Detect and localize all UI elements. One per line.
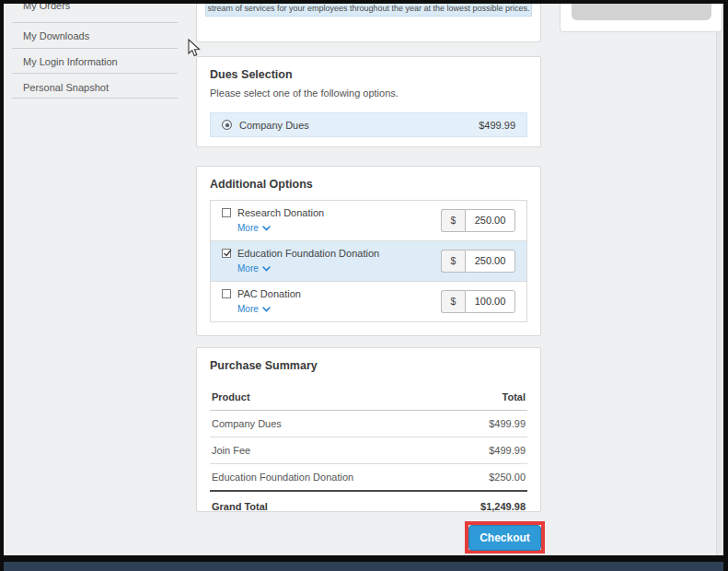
window-frame: My Orders My Downloads My Login Informat… bbox=[0, 0, 728, 571]
radio-selected-icon[interactable] bbox=[222, 120, 232, 130]
summary-product: Company Dues bbox=[212, 418, 282, 429]
chevron-down-icon bbox=[262, 226, 271, 231]
checkbox-unchecked-icon[interactable] bbox=[222, 208, 231, 217]
option-row-education-foundation-donation: Education Foundation Donation More $ bbox=[211, 240, 526, 281]
checkbox-checked-icon[interactable] bbox=[222, 249, 231, 258]
membership-banner: stream of services for your employees th… bbox=[205, 4, 532, 17]
summary-product: Education Foundation Donation bbox=[212, 472, 353, 483]
purchase-summary-card: Purchase Summary Product Total Company D… bbox=[196, 347, 541, 512]
dues-selection-card: Dues Selection Please select one of the … bbox=[196, 56, 541, 147]
additional-options-table: Research Donation More $ bbox=[210, 200, 527, 322]
more-link[interactable]: More bbox=[237, 304, 301, 314]
dues-option-company-dues[interactable]: Company Dues $499.99 bbox=[210, 112, 527, 137]
checkbox-unchecked-icon[interactable] bbox=[222, 289, 231, 298]
summary-product: Join Fee bbox=[212, 445, 250, 456]
option-label: PAC Donation bbox=[237, 288, 301, 299]
grand-total-label: Grand Total bbox=[212, 501, 268, 512]
research-donation-amount-input[interactable] bbox=[465, 209, 515, 232]
sidebar-divider bbox=[12, 22, 178, 23]
summary-col-total: Total bbox=[503, 391, 526, 402]
grand-total-value: $1,249.98 bbox=[480, 501, 526, 512]
education-foundation-donation-amount-input[interactable] bbox=[465, 250, 515, 273]
summary-col-product: Product bbox=[212, 391, 250, 402]
option-label: Research Donation bbox=[237, 207, 324, 218]
sidebar-item-my-downloads[interactable]: My Downloads bbox=[23, 30, 89, 41]
page-viewport: My Orders My Downloads My Login Informat… bbox=[4, 4, 723, 555]
membership-info-card: stream of services for your employees th… bbox=[196, 4, 541, 42]
more-link[interactable]: More bbox=[237, 263, 379, 274]
sidebar-item-my-orders[interactable]: My Orders bbox=[23, 4, 70, 11]
dues-option-label: Company Dues bbox=[239, 120, 309, 131]
currency-addon: $ bbox=[441, 290, 465, 313]
summary-row-join-fee: Join Fee $499.99 bbox=[210, 437, 527, 464]
currency-addon: $ bbox=[441, 209, 465, 232]
more-link-label: More bbox=[237, 263, 259, 274]
top-right-card bbox=[560, 4, 722, 32]
dues-selection-title: Dues Selection bbox=[210, 68, 527, 81]
membership-banner-text: stream of services for your employees th… bbox=[207, 4, 529, 13]
dues-selection-instruction: Please select one of the following optio… bbox=[210, 87, 527, 99]
scrollbar-track[interactable] bbox=[716, 4, 723, 555]
more-link-label: More bbox=[237, 223, 259, 233]
option-row-research-donation: Research Donation More $ bbox=[211, 201, 526, 240]
summary-grand-total-row: Grand Total $1,249.98 bbox=[210, 492, 527, 519]
purchase-summary-table: Product Total Company Dues $499.99 Join … bbox=[210, 384, 527, 519]
option-row-pac-donation: PAC Donation More $ bbox=[211, 281, 526, 321]
summary-row-education-foundation-donation: Education Foundation Donation $250.00 bbox=[210, 464, 527, 492]
summary-total: $250.00 bbox=[489, 472, 526, 483]
dues-option-price: $499.99 bbox=[479, 120, 515, 131]
more-link-label: More bbox=[237, 304, 259, 314]
purchase-summary-title: Purchase Summary bbox=[210, 359, 527, 372]
pac-donation-amount-input[interactable] bbox=[465, 290, 515, 313]
summary-total: $499.99 bbox=[489, 445, 526, 456]
more-link[interactable]: More bbox=[237, 223, 324, 233]
currency-addon: $ bbox=[441, 250, 465, 273]
summary-total: $499.99 bbox=[489, 418, 526, 429]
amount-input-group: $ bbox=[441, 250, 515, 273]
sidebar-item-my-login-information[interactable]: My Login Information bbox=[23, 56, 118, 67]
checkout-button[interactable]: Checkout bbox=[468, 525, 541, 551]
top-right-button[interactable] bbox=[572, 4, 711, 20]
sidebar-divider bbox=[12, 98, 178, 99]
sidebar-item-personal-snapshot[interactable]: Personal Snapshot bbox=[23, 82, 109, 93]
chevron-down-icon bbox=[262, 266, 271, 272]
annotation-highlight-box: Checkout bbox=[465, 521, 545, 554]
sidebar-divider bbox=[12, 73, 178, 74]
amount-input-group: $ bbox=[441, 290, 515, 313]
summary-header-row: Product Total bbox=[210, 384, 527, 411]
option-label: Education Foundation Donation bbox=[237, 248, 379, 259]
chevron-down-icon bbox=[262, 307, 271, 312]
additional-options-card: Additional Options Research Donation Mor… bbox=[196, 166, 541, 336]
bottom-taskbar-strip bbox=[4, 562, 723, 571]
amount-input-group: $ bbox=[441, 209, 515, 232]
additional-options-title: Additional Options bbox=[210, 178, 527, 191]
summary-row-company-dues: Company Dues $499.99 bbox=[210, 411, 527, 437]
sidebar-divider bbox=[12, 48, 178, 49]
